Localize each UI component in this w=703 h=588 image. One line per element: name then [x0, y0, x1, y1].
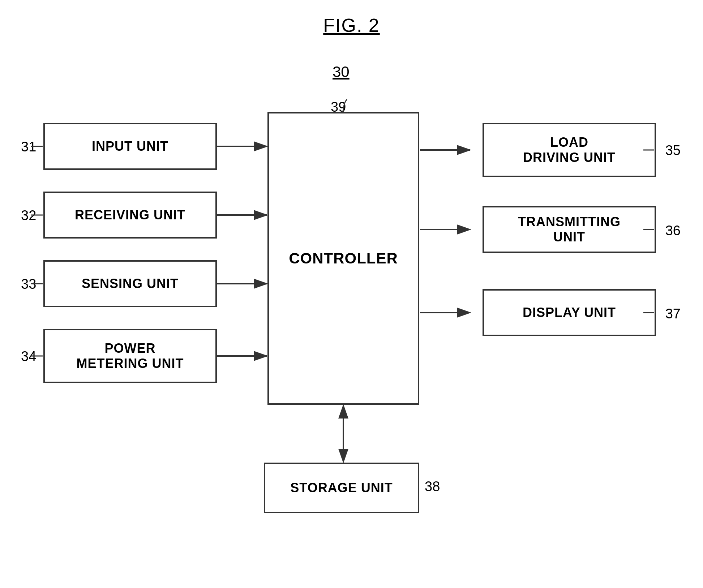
ref-37: 37 [665, 306, 681, 322]
storage-unit-box: STORAGE UNIT [264, 463, 419, 513]
input-unit-box: INPUT UNIT [43, 123, 217, 170]
ref-33: 33 [21, 276, 36, 292]
receiving-unit-box: RECEIVING UNIT [43, 192, 217, 239]
display-unit-box: DISPLAY UNIT [483, 289, 656, 336]
ref-36: 36 [665, 223, 681, 239]
ref-31: 31 [21, 139, 36, 155]
figure-title: FIG. 2 [323, 14, 380, 36]
load-driving-unit-box: LOAD DRIVING UNIT [483, 123, 656, 177]
ref-38: 38 [425, 479, 440, 494]
controller-box: CONTROLLER [267, 112, 419, 405]
transmitting-unit-box: TRANSMITTING UNIT [483, 206, 656, 253]
sensing-unit-box: SENSING UNIT [43, 260, 217, 307]
label-30: 30 [333, 63, 350, 81]
power-metering-unit-box: POWER METERING UNIT [43, 329, 217, 383]
ref-32: 32 [21, 208, 36, 223]
diagram-container: FIG. 2 30 39 INPUT UNIT RECEIVING UNIT S… [0, 0, 703, 588]
ref-35: 35 [665, 143, 681, 158]
ref-34: 34 [21, 349, 36, 364]
